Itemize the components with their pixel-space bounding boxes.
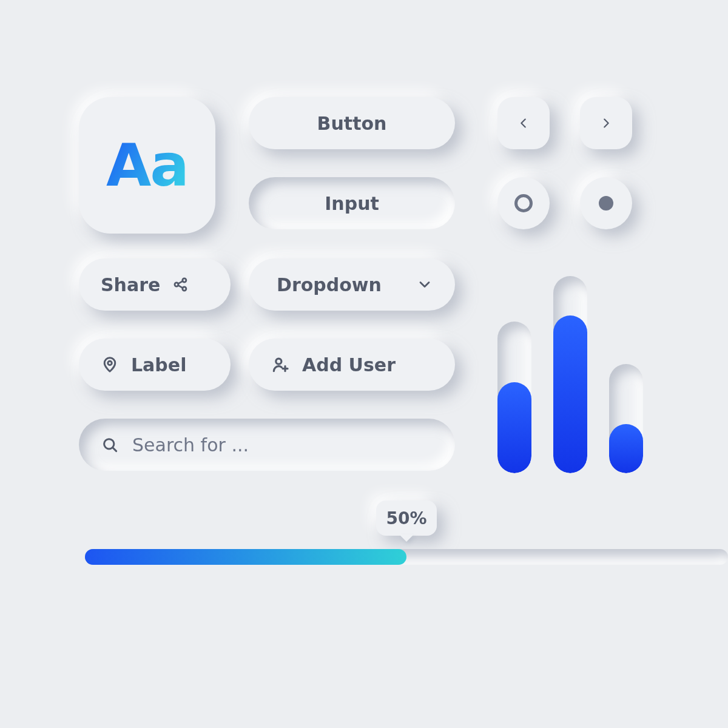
- bar-fill: [553, 315, 587, 473]
- svg-point-5: [108, 361, 112, 365]
- bar-fill: [497, 382, 531, 473]
- bar-slot[interactable]: [497, 322, 531, 473]
- share-icon: [172, 276, 189, 293]
- share-button[interactable]: Share: [79, 258, 231, 311]
- search-input[interactable]: Search for ...: [79, 419, 455, 471]
- search-placeholder: Search for ...: [132, 434, 249, 456]
- circle-outline-icon: [514, 194, 533, 212]
- primary-button[interactable]: Button: [249, 97, 455, 149]
- prev-button[interactable]: [497, 97, 550, 149]
- progress-tooltip-value: 50%: [386, 508, 426, 528]
- typography-sample: Aa: [106, 136, 188, 195]
- radio-checked[interactable]: [580, 177, 632, 229]
- bar-fill: [609, 424, 643, 473]
- progress-tooltip: 50%: [376, 500, 437, 536]
- label-button[interactable]: Label: [79, 339, 231, 391]
- dropdown[interactable]: Dropdown: [249, 258, 455, 311]
- label-button-label: Label: [131, 354, 186, 376]
- svg-line-10: [113, 448, 116, 451]
- svg-line-4: [178, 285, 183, 288]
- bar-slot[interactable]: [553, 276, 587, 473]
- chevron-left-icon: [517, 116, 530, 130]
- svg-line-3: [178, 281, 183, 283]
- share-button-label: Share: [101, 274, 160, 295]
- pin-icon: [101, 356, 119, 374]
- circle-filled-icon: [599, 196, 613, 211]
- progress-track[interactable]: [85, 549, 728, 565]
- progress-fill: [85, 549, 406, 565]
- add-user-button[interactable]: Add User: [249, 339, 455, 391]
- chevron-right-icon: [599, 116, 613, 130]
- text-input[interactable]: Input: [249, 177, 455, 229]
- primary-button-label: Button: [317, 113, 387, 134]
- text-input-placeholder: Input: [325, 193, 379, 214]
- add-user-button-label: Add User: [302, 354, 396, 376]
- svg-point-6: [276, 359, 281, 364]
- radio-unchecked[interactable]: [497, 177, 550, 229]
- chevron-down-icon: [416, 276, 433, 293]
- user-plus-icon: [271, 355, 290, 374]
- equalizer-bars: [497, 276, 643, 473]
- dropdown-label: Dropdown: [277, 274, 382, 295]
- typography-tile[interactable]: Aa: [79, 97, 215, 234]
- next-button[interactable]: [580, 97, 632, 149]
- bar-slot[interactable]: [609, 364, 643, 473]
- search-icon: [101, 436, 119, 454]
